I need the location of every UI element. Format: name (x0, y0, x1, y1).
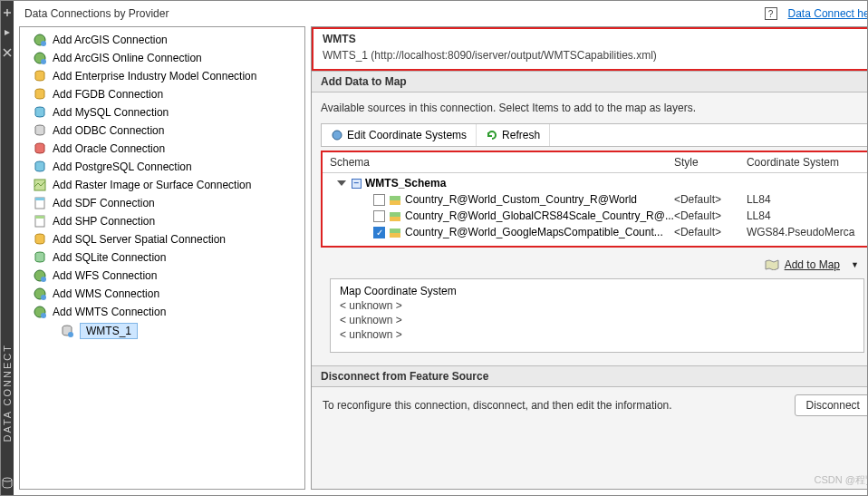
svg-point-26 (333, 131, 342, 140)
collapse-icon[interactable]: − (352, 179, 362, 189)
schema-row[interactable]: ✓Country_R@World_GoogleMapsCompatible_Co… (323, 224, 868, 240)
svg-point-0 (3, 478, 12, 481)
tree-item[interactable]: Add WFS Connection (20, 267, 304, 285)
wmts-info-box: WMTS WMTS_1 (http://localhost:8090/iserv… (312, 27, 868, 71)
chevron-down-icon: ▼ (851, 260, 859, 269)
edit-cs-button[interactable]: Edit Coordinate Systems (322, 124, 477, 146)
tree-item[interactable]: Add Enterprise Industry Model Connection (20, 67, 304, 85)
side-rail: DATA CONNECT (1, 1, 14, 495)
tree-item[interactable]: Add ArcGIS Online Connection (20, 49, 304, 67)
schema-toolbar: Edit Coordinate Systems Refresh (321, 123, 868, 147)
tree-item[interactable]: Add WMTS Connection (20, 303, 304, 321)
db-icon (33, 123, 47, 138)
tree-item[interactable]: Add SQLite Connection (20, 248, 304, 267)
schema-grid: Schema Style Coordinate System − WMTS_Sc… (321, 151, 868, 248)
svg-rect-13 (35, 198, 44, 200)
checkbox[interactable] (373, 210, 385, 222)
schema-row[interactable]: Country_R@World_GlobalCRS84Scale_Country… (323, 208, 868, 224)
help-icon[interactable]: ? (765, 7, 777, 20)
connection-icon (60, 324, 74, 338)
refresh-icon (486, 129, 498, 141)
svg-rect-15 (35, 216, 44, 219)
rail-icon-collapse[interactable] (1, 26, 14, 39)
tree-item[interactable]: Add PostgreSQL Connection (20, 158, 304, 176)
disconnect-header: Disconnect from Feature Source (312, 365, 868, 387)
expand-icon[interactable] (337, 180, 346, 186)
layer-icon (389, 209, 401, 222)
schema-root[interactable]: − WMTS_Schema (323, 175, 868, 191)
svg-rect-27 (390, 200, 400, 205)
raster-icon (33, 178, 47, 192)
watermark: CSDN @程贤 (815, 473, 868, 487)
tree-item[interactable]: Add WMS Connection (20, 285, 304, 303)
db-icon (33, 69, 47, 83)
disconnect-button[interactable]: Disconnect (795, 394, 868, 416)
svg-rect-32 (390, 229, 400, 233)
panel-title: Data Connections by Provider (24, 7, 169, 20)
schema-row[interactable]: Country_R@World_Custom_Country_R@World <… (323, 191, 868, 208)
db-icon (33, 105, 47, 120)
svg-rect-31 (390, 233, 400, 238)
globe-icon (33, 268, 47, 283)
map-cs-line: < unknown > (340, 314, 854, 326)
wmts-detail: WMTS_1 (http://localhost:8090/iserver/ou… (323, 49, 868, 62)
disconnect-text: To reconfigure this connection, disconne… (323, 399, 784, 412)
panel-header: Data Connections by Provider ? Data Conn… (14, 1, 868, 26)
checkbox[interactable] (373, 194, 385, 206)
refresh-button[interactable]: Refresh (477, 124, 550, 146)
db-icon (33, 232, 47, 247)
detail-panel: WMTS WMTS_1 (http://localhost:8090/iserv… (311, 26, 868, 490)
provider-tree: Add ArcGIS Connection Add ArcGIS Online … (19, 26, 305, 490)
svg-rect-29 (390, 217, 400, 221)
map-cs-line: < unknown > (340, 299, 854, 312)
tree-item[interactable]: Add SDF Connection (20, 194, 304, 212)
rail-vertical-label: DATA CONNECT (2, 344, 13, 443)
checkbox-checked[interactable]: ✓ (373, 227, 385, 238)
rail-icon-close[interactable] (1, 46, 14, 59)
map-cs-box: Map Coordinate System < unknown > < unkn… (330, 278, 864, 353)
db-icon (33, 160, 47, 174)
svg-rect-28 (390, 196, 400, 200)
wmts-title: WMTS (323, 33, 868, 45)
svg-rect-30 (390, 212, 400, 217)
svg-point-4 (41, 59, 46, 64)
globe-icon (33, 51, 47, 65)
tree-item[interactable]: Add FGDB Connection (20, 85, 304, 103)
layer-icon (389, 193, 401, 206)
globe-icon (33, 33, 47, 47)
tree-item[interactable]: Add Raster Image or Surface Connection (20, 176, 304, 194)
db-icon (33, 87, 47, 102)
db-icon (33, 250, 47, 265)
svg-point-25 (68, 332, 73, 337)
svg-point-23 (41, 313, 46, 318)
rail-icon-db[interactable] (1, 477, 14, 490)
svg-point-2 (41, 41, 46, 46)
file-icon (33, 214, 47, 229)
tree-child-selected[interactable]: WMTS_1 (20, 321, 304, 341)
map-icon (765, 259, 779, 270)
svg-point-19 (41, 277, 46, 282)
add-data-header: Add Data to Map (312, 71, 868, 92)
tree-item[interactable]: Add ODBC Connection (20, 122, 304, 140)
tree-item[interactable]: Add SQL Server Spatial Connection (20, 230, 304, 248)
globe-icon (33, 287, 47, 301)
tree-item[interactable]: Add ArcGIS Connection (20, 31, 304, 49)
available-text: Available sources in this connection. Se… (321, 102, 868, 114)
add-to-map-button[interactable]: Add to Map ▼ (761, 257, 863, 273)
svg-point-21 (41, 295, 46, 300)
layer-icon (389, 226, 401, 238)
globe-icon (331, 129, 343, 141)
rail-icon-pin[interactable] (1, 6, 14, 19)
map-cs-line: < unknown > (340, 328, 854, 341)
help-link[interactable]: Data Connect help (788, 7, 868, 20)
map-cs-title: Map Coordinate System (340, 285, 854, 297)
schema-columns: Schema Style Coordinate System (323, 152, 868, 173)
file-icon (33, 196, 47, 210)
tree-item[interactable]: Add Oracle Connection (20, 140, 304, 158)
tree-item[interactable]: Add MySQL Connection (20, 103, 304, 122)
db-icon (33, 141, 47, 156)
tree-item[interactable]: Add SHP Connection (20, 212, 304, 230)
globe-icon (33, 305, 47, 319)
